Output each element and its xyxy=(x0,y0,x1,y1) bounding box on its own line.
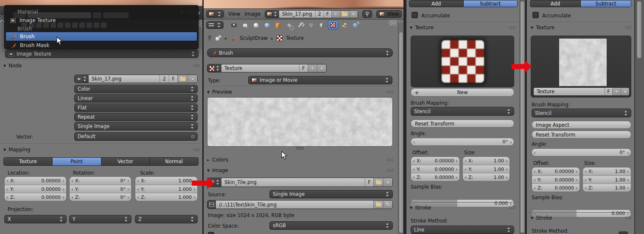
brush-selector[interactable]: Brush xyxy=(207,48,393,57)
scrollbar-thumb[interactable] xyxy=(399,32,403,233)
image-name-field[interactable]: Skin_17.png xyxy=(279,11,315,18)
node-source-select[interactable]: Single Image xyxy=(74,122,198,131)
scrollbar-thumb[interactable] xyxy=(637,1,642,58)
offset-x-field[interactable]: X:0.00000 xyxy=(532,167,580,176)
panel-drag-dots-icon[interactable] xyxy=(509,26,515,29)
offset-x-field[interactable]: X:0.00000 xyxy=(411,157,459,165)
size-x-field[interactable]: X:1.00 xyxy=(463,157,510,165)
node-extension-select[interactable]: Repeat xyxy=(74,113,198,121)
scrollbar-thumb[interactable] xyxy=(520,1,525,233)
tab-constraints[interactable] xyxy=(284,20,294,30)
panel-drag-dots-icon[interactable] xyxy=(509,206,515,209)
colorspace-select[interactable]: sRGB xyxy=(269,221,393,230)
projection-x-select[interactable]: X xyxy=(4,215,67,223)
size-z-field[interactable]: Z:1.00 xyxy=(463,173,510,181)
pin-icon[interactable] xyxy=(207,35,212,41)
projection-z-select[interactable]: Z xyxy=(135,215,198,223)
subtract-button[interactable]: Subtract xyxy=(580,0,631,7)
node-projection-select[interactable]: Flat xyxy=(74,103,198,112)
tab-scene[interactable] xyxy=(251,20,261,30)
browse-file-button[interactable] xyxy=(373,201,383,209)
brush-mapping-select[interactable]: Stencil xyxy=(411,107,514,116)
fake-user-button[interactable]: F xyxy=(324,11,331,18)
offset-y-field[interactable]: Y:0.00000 xyxy=(411,165,459,173)
texture-preview[interactable] xyxy=(207,97,393,147)
image-aspect-button[interactable]: Image Aspect xyxy=(532,121,631,129)
new-image-button[interactable]: + xyxy=(331,11,340,18)
menu-item-brush[interactable]: Brush xyxy=(6,32,197,41)
pin-button[interactable] xyxy=(362,10,372,18)
angle-slider[interactable]: 0° xyxy=(411,138,514,146)
next-region-header[interactable]: View xyxy=(376,10,402,18)
panel-header-texture[interactable]: ▼ Texture xyxy=(531,24,631,31)
menu-item-brush-mask[interactable]: Brush Mask xyxy=(6,41,197,50)
panel-resize-handle[interactable] xyxy=(296,147,304,149)
tab-point[interactable]: Point xyxy=(52,158,101,165)
tab-texture[interactable] xyxy=(328,20,338,30)
panel-drag-dots-icon[interactable] xyxy=(625,216,631,220)
rotation-z-field[interactable]: Z:0° xyxy=(70,193,131,201)
location-z-field[interactable]: Z:0.00000 xyxy=(5,193,66,201)
new-texture-button[interactable]: + xyxy=(612,88,621,95)
tab-object-data[interactable]: ▽ xyxy=(306,20,316,30)
tab-physics[interactable] xyxy=(350,20,360,30)
projection-y-select[interactable]: Y xyxy=(69,215,132,223)
offset-z-field[interactable]: Z:0.00000 xyxy=(411,173,459,181)
fake-user-button[interactable]: F xyxy=(605,88,612,95)
filepath-field[interactable]: //..\11\Tex\Skin_Tile.png xyxy=(216,201,373,209)
unlink-button[interactable]: × xyxy=(317,64,326,72)
panel-drag-dots-icon[interactable] xyxy=(193,64,199,67)
rotation-y-field[interactable]: Y:0° xyxy=(70,185,131,193)
animate-dot-icon[interactable] xyxy=(191,135,194,138)
new-texture-button[interactable]: + xyxy=(308,64,317,72)
view-as-render-checkbox[interactable] xyxy=(208,232,214,234)
image-name-field[interactable]: Skin_17.png xyxy=(89,75,160,83)
panel-drag-dots-icon[interactable] xyxy=(625,26,631,29)
add-button[interactable]: Add xyxy=(530,0,580,7)
scale-y-field[interactable]: Y:1.000 xyxy=(135,185,197,193)
open-image-button[interactable] xyxy=(177,75,188,83)
texture-preview-box[interactable]: Texture F + × xyxy=(531,36,631,98)
reload-image-button[interactable]: ↻ xyxy=(383,201,392,209)
location-x-field[interactable]: X:0.00000 xyxy=(5,177,66,185)
tab-normal[interactable]: Normal xyxy=(149,158,198,165)
node-type-selector[interactable]: Image Texture xyxy=(5,50,199,58)
node-color-select[interactable]: Color xyxy=(74,85,198,93)
source-select[interactable]: Single Image xyxy=(269,190,393,198)
view-menu[interactable]: View xyxy=(228,11,240,17)
fake-user-button[interactable]: F xyxy=(299,64,308,72)
texture-preview-box[interactable] xyxy=(411,36,514,87)
breadcrumb-brush-name[interactable]: SculptDraw xyxy=(240,35,268,41)
image-name-field[interactable]: Skin_Tile.png xyxy=(221,178,365,187)
angle-slider[interactable]: 0° xyxy=(532,148,631,156)
accumulate-checkbox[interactable] xyxy=(532,12,539,18)
tab-vector[interactable]: Vector xyxy=(101,158,150,165)
scrollbar-track[interactable] xyxy=(634,0,644,234)
editor-type-selector[interactable] xyxy=(206,21,224,29)
texture-name-field[interactable]: Texture xyxy=(534,88,605,95)
users-count-button[interactable]: 2 xyxy=(160,75,169,83)
unlink-button[interactable]: × xyxy=(188,75,197,83)
texture-name-field[interactable]: Texture xyxy=(221,64,299,72)
tab-world[interactable] xyxy=(262,20,272,30)
brush-mapping-select[interactable]: Stencil xyxy=(532,109,631,117)
add-button[interactable]: Add xyxy=(409,0,463,7)
location-y-field[interactable]: Y:0.00000 xyxy=(5,185,66,193)
fake-user-button[interactable]: F xyxy=(169,75,177,83)
node-interpolation-select[interactable]: Linear xyxy=(74,94,198,103)
offset-y-field[interactable]: Y:0.00000 xyxy=(532,176,580,184)
tab-texture[interactable]: Texture xyxy=(4,158,52,165)
scale-z-field[interactable]: Z:1.000 xyxy=(135,193,197,201)
image-menu[interactable]: Image xyxy=(244,11,260,17)
texture-type-select[interactable]: Image or Movie xyxy=(248,76,392,84)
panel-header-image[interactable]: ▼ Image xyxy=(207,167,393,174)
tab-particles[interactable] xyxy=(339,20,349,30)
panel-drag-dots-icon[interactable] xyxy=(386,90,393,94)
area-corner-icon[interactable] xyxy=(389,20,397,25)
size-y-field[interactable]: Y:1.00 xyxy=(463,165,510,173)
unlink-button[interactable]: × xyxy=(383,178,392,187)
tab-render-layers[interactable] xyxy=(240,20,250,30)
image-browse-button[interactable] xyxy=(265,11,279,18)
size-z-field[interactable]: Z:1.00 xyxy=(583,184,631,192)
panel-drag-dots-icon[interactable] xyxy=(386,169,393,172)
